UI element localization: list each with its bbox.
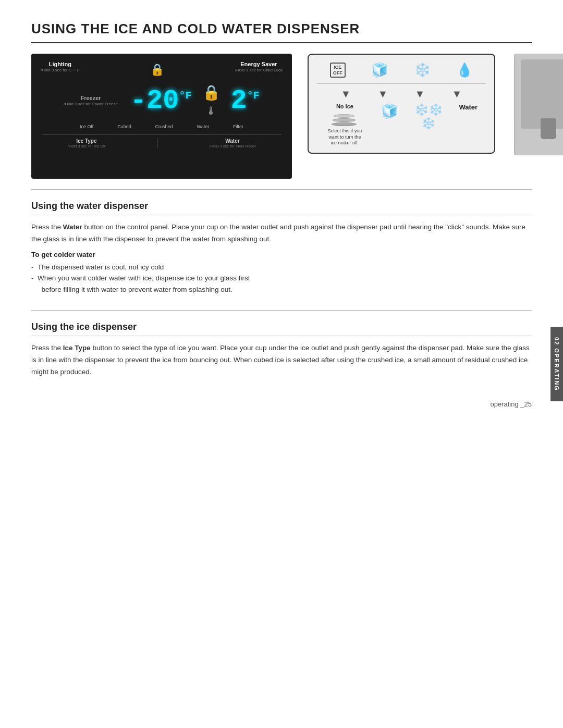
panel-middle-icons: 🔒 🌡 — [202, 84, 221, 118]
ice-off-label: Ice Off — [80, 124, 93, 129]
cubed-label: Cubed — [117, 124, 131, 129]
bullet-2: When you want colder water with ice, dis… — [31, 273, 532, 295]
water-section-title: Using the water dispenser — [31, 201, 532, 215]
colder-water-list: The dispensed water is cool, not icy col… — [31, 262, 532, 295]
water-text: Press the Water button on the control pa… — [31, 221, 532, 295]
panel-bottom-labels: Ice Off Cubed Crushed Water Filter — [36, 123, 287, 132]
page-footer: operating _25 — [490, 400, 532, 408]
cubed-ice-visual: 🧊 — [381, 103, 398, 121]
freezer-temp: -20°F — [130, 85, 192, 116]
crushed-label: Crushed — [155, 124, 173, 129]
dispenser-popup: ICEOFF 🧊 ❄️ 💧 ▼ ▼ ▼ ▼ — [308, 54, 495, 154]
water-dispenser-section: Using the water dispenser Press the Wate… — [31, 201, 532, 295]
diagram-section: Lighting /Hold 3 sec for C↔ F 🔒 Energy S… — [31, 54, 532, 190]
ice-body: Press the Ice Type button to select the … — [31, 342, 532, 378]
control-panel: Lighting /Hold 3 sec for C↔ F 🔒 Energy S… — [31, 54, 292, 179]
arrow-1: ▼ — [341, 88, 351, 100]
no-ice-label: No Ice Select this if you want to turn t… — [325, 103, 364, 146]
water-content: Press the Water button on the control pa… — [31, 221, 532, 295]
section-divider — [31, 310, 532, 311]
ice-dispenser-section: Using the ice dispenser Press the Ice Ty… — [31, 322, 532, 378]
water-popup-label: Water — [459, 103, 478, 111]
colder-water-title: To get colder water — [31, 251, 532, 258]
ice-off-icon: ICEOFF — [330, 63, 346, 78]
temp-display: Freezer /Hold 3 sec for Power Freeze -20… — [36, 79, 287, 123]
arrow-2: ▼ — [378, 88, 388, 100]
bullet-1: The dispensed water is cool, not icy col… — [31, 262, 532, 273]
panel-top: Lighting /Hold 3 sec for C↔ F 🔒 Energy S… — [36, 59, 287, 79]
lighting-label: Lighting /Hold 3 sec for C↔ F — [41, 61, 80, 73]
arrows-row: ▼ ▼ ▼ ▼ — [317, 88, 486, 100]
arrow-4: ▼ — [452, 88, 462, 100]
water-bold: Water — [63, 223, 82, 231]
energy-saver-label: Energy Saver /Hold 3 sec for Child Lock — [235, 61, 283, 73]
panel-footer: Ice Type /Hold 3 sec for Ice Off Water /… — [42, 134, 282, 149]
filter-label: Filter — [233, 124, 243, 129]
water-btn: Water /Hold 3 sec for Filter Reset — [210, 138, 256, 149]
crushed-icon: ❄️ — [414, 62, 431, 78]
arrow-3: ▼ — [415, 88, 425, 100]
freezer-label: Freezer /Hold 3 sec for Power Freeze — [64, 95, 118, 107]
ice-type-btn: Ice Type /Hold 3 sec for Ice Off — [68, 138, 105, 149]
lock-icon: 🔒 — [150, 63, 164, 77]
plate-visual — [332, 112, 358, 126]
operating-tab: 02 OPERATING — [550, 327, 563, 402]
water-body: Press the Water button on the control pa… — [31, 221, 532, 245]
cubed-icon: 🧊 — [371, 62, 388, 78]
fridge-image: Push — [514, 54, 563, 155]
page-title: USING THE ICE AND COLD WATER DISPENSER — [31, 21, 532, 43]
fridge-img-placeholder: Push — [514, 54, 563, 155]
ice-section-title: Using the ice dispenser — [31, 322, 532, 336]
ice-type-bold: Ice Type — [63, 344, 91, 352]
water-icon: 💧 — [456, 62, 473, 78]
popup-bottom-labels: No Ice Select this if you want to turn t… — [317, 103, 486, 146]
popup-icons-row: ICEOFF 🧊 ❄️ 💧 — [317, 62, 486, 84]
water-label: Water — [197, 124, 209, 129]
fridge-temp: 2°F — [231, 85, 260, 116]
crushed-ice-visual: ❄️❄️❄️ — [414, 103, 443, 132]
